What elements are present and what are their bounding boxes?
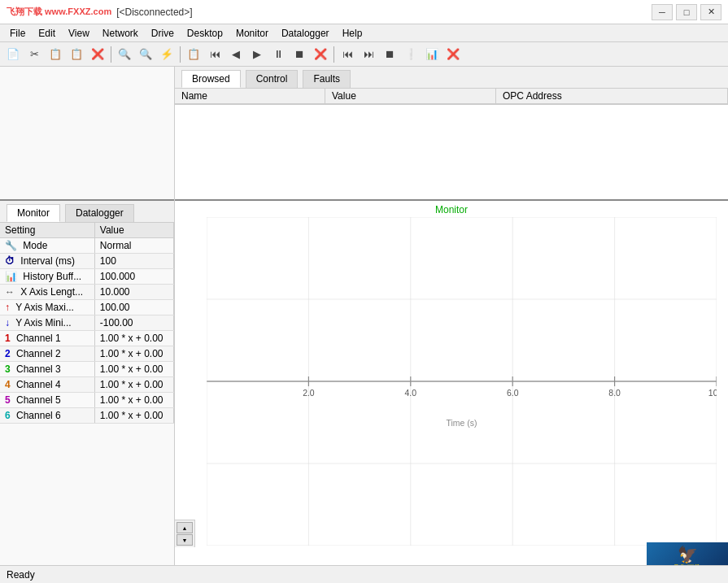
monitor-settings: Monitor Datalogger Setting Value 🔧 Mode	[0, 201, 174, 565]
tab-faults[interactable]: Faults	[303, 70, 351, 88]
settings-row[interactable]: 🔧 Mode Normal	[0, 238, 174, 254]
menu-item-drive[interactable]: Drive	[145, 26, 181, 41]
chart-svg: 2.0 4.0 6.0 8.0 10.0 100 50 0 -50 -100 T…	[207, 217, 717, 546]
toolbar-btn-cut[interactable]: ✂	[24, 46, 44, 63]
watermark-eagle: 🦅	[678, 545, 698, 564]
settings-row[interactable]: 6 Channel 6 1.00 * x + 0.00	[0, 408, 174, 424]
settings-row-label: Channel 4	[16, 379, 61, 390]
settings-row-label: Y Axis Maxi...	[15, 302, 74, 313]
settings-row[interactable]: 5 Channel 5 1.00 * x + 0.00	[0, 393, 174, 408]
menu-item-desktop[interactable]: Desktop	[181, 26, 229, 41]
title-controls: ─ □ ✕	[652, 4, 721, 20]
menu-item-network[interactable]: Network	[96, 26, 145, 41]
minimize-button[interactable]: ─	[652, 4, 673, 20]
toolbar-btn-play[interactable]: ▶	[247, 46, 267, 63]
browsed-columns: Name Value OPC Address	[175, 89, 728, 105]
toolbar-btn-dl-stop[interactable]: ⏹	[380, 46, 399, 63]
close-button[interactable]: ✕	[700, 4, 721, 20]
settings-cell-value: 1.00 * x + 0.00	[94, 362, 173, 377]
settings-row[interactable]: ⏱ Interval (ms) 100	[0, 254, 174, 269]
toolbar-btn-stop[interactable]: ⏹	[290, 46, 309, 63]
toolbar-btn-dl-ff[interactable]: ⏭	[359, 46, 378, 63]
settings-cell-value: 1.00 * x + 0.00	[94, 408, 173, 424]
settings-row-icon: 🔧	[5, 240, 17, 251]
toolbar-btn-x[interactable]: ❌	[443, 46, 463, 63]
svg-text:Time (s): Time (s)	[447, 418, 477, 428]
settings-row[interactable]: 1 Channel 1 1.00 * x + 0.00	[0, 331, 174, 346]
settings-row[interactable]: ↓ Y Axis Mini... -100.00	[0, 315, 174, 331]
toolbar-btn-clipboard[interactable]: 📋	[184, 46, 203, 63]
toolbar-btn-copy[interactable]: 📋	[46, 46, 65, 63]
settings-cell-name: 5 Channel 5	[0, 393, 94, 408]
title-watermark: 飞翔下载 www.FXXZ.com	[7, 6, 111, 18]
settings-row-icon: 6	[5, 410, 11, 421]
settings-cell-name: ↓ Y Axis Mini...	[0, 315, 94, 331]
settings-row[interactable]: 4 Channel 4 1.00 * x + 0.00	[0, 377, 174, 393]
menu-item-help[interactable]: Help	[336, 26, 369, 41]
settings-row-label: Mode	[23, 240, 47, 251]
settings-row[interactable]: 📊 History Buff... 100.000	[0, 269, 174, 285]
toolbar-separator-3	[333, 46, 334, 63]
settings-cell-value: 10.000	[94, 285, 173, 300]
settings-row-icon: ↔	[5, 286, 15, 298]
monitor-title: Monitor	[178, 204, 725, 215]
menu-item-edit[interactable]: Edit	[32, 26, 62, 41]
menu-item-file[interactable]: File	[3, 26, 32, 41]
menu-bar: FileEditViewNetworkDriveDesktopMonitorDa…	[0, 24, 728, 42]
toolbar-btn-dl-start[interactable]: ⏮	[338, 46, 357, 63]
settings-table: Setting Value 🔧 Mode Normal ⏱ Interval (…	[0, 223, 174, 424]
toolbar-btn-chart[interactable]: 📊	[422, 46, 442, 63]
settings-cell-value: 1.00 * x + 0.00	[94, 331, 173, 346]
settings-cell-name: 1 Channel 1	[0, 331, 94, 346]
title-bar-left: 飞翔下载 www.FXXZ.com [<Disconnected>]	[7, 6, 193, 18]
toolbar-btn-rewind[interactable]: ⏮	[205, 46, 225, 63]
toolbar-btn-search1[interactable]: 🔍	[115, 46, 134, 63]
col-header-opc: OPC Address	[496, 89, 728, 104]
settings-row-label: Channel 1	[16, 333, 61, 344]
browsed-content	[175, 105, 728, 199]
settings-row-icon: 5	[5, 394, 11, 406]
menu-item-monitor[interactable]: Monitor	[229, 26, 275, 41]
scroll-down-button[interactable]: ▼	[177, 534, 193, 546]
toolbar-btn-lightning[interactable]: ⚡	[157, 46, 177, 63]
settings-cell-value: 100.000	[94, 269, 173, 285]
settings-row-icon: 3	[5, 363, 11, 375]
browser-area	[0, 67, 174, 201]
settings-row-icon: 📊	[5, 271, 17, 282]
monitor-tab-bar: Monitor Datalogger	[0, 201, 174, 223]
toolbar-btn-alert[interactable]: ❕	[401, 46, 421, 63]
settings-col-setting: Setting	[0, 223, 94, 238]
toolbar-btn-pause[interactable]: ⏸	[268, 46, 288, 63]
tab-datalogger[interactable]: Datalogger	[65, 204, 134, 222]
settings-row-icon: 2	[5, 348, 11, 359]
toolbar-separator-1	[111, 46, 111, 63]
tab-control[interactable]: Control	[246, 70, 299, 88]
tab-monitor[interactable]: Monitor	[7, 204, 60, 222]
menu-item-view[interactable]: View	[62, 26, 96, 41]
settings-cell-name: 2 Channel 2	[0, 346, 94, 362]
toolbar: 📄 ✂ 📋 📋 ❌ 🔍 🔍 ⚡ 📋 ⏮ ◀ ▶ ⏸ ⏹ ❌ ⏮ ⏭ ⏹ ❕ 📊 …	[0, 42, 728, 67]
toolbar-btn-paste[interactable]: 📋	[67, 46, 86, 63]
left-panel: Monitor Datalogger Setting Value 🔧 Mode	[0, 67, 175, 565]
settings-col-value: Value	[94, 223, 173, 238]
menu-item-datalogger[interactable]: Datalogger	[275, 26, 336, 41]
settings-row-label: Interval (ms)	[20, 255, 75, 267]
maximize-button[interactable]: □	[676, 4, 697, 20]
settings-row[interactable]: ↔ X Axis Lengt... 10.000	[0, 285, 174, 300]
settings-table-wrap: Setting Value 🔧 Mode Normal ⏱ Interval (…	[0, 223, 174, 565]
settings-row[interactable]: 2 Channel 2 1.00 * x + 0.00	[0, 346, 174, 362]
toolbar-btn-search2[interactable]: 🔍	[136, 46, 155, 63]
settings-row-icon: 1	[5, 333, 11, 344]
toolbar-btn-cancel[interactable]: ❌	[311, 46, 330, 63]
settings-row[interactable]: ↑ Y Axis Maxi... 100.00	[0, 300, 174, 315]
main-layout: Monitor Datalogger Setting Value 🔧 Mode	[0, 67, 728, 565]
settings-cell-name: 3 Channel 3	[0, 362, 94, 377]
tab-browsed[interactable]: Browsed	[181, 70, 241, 88]
settings-cell-name: ⏱ Interval (ms)	[0, 254, 94, 269]
svg-text:6.0: 6.0	[507, 388, 519, 398]
toolbar-btn-delete[interactable]: ❌	[88, 46, 107, 63]
settings-row[interactable]: 3 Channel 3 1.00 * x + 0.00	[0, 362, 174, 377]
scroll-up-button[interactable]: ▲	[177, 522, 193, 533]
toolbar-btn-prev[interactable]: ◀	[226, 46, 246, 63]
toolbar-btn-new[interactable]: 📄	[3, 46, 23, 63]
